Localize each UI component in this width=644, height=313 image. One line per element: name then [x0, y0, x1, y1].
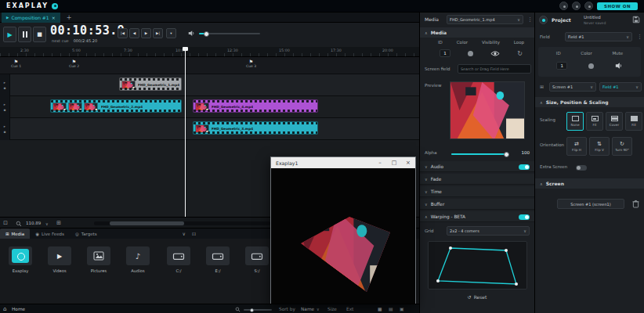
track-row-1[interactable]: ▸▪	[0, 74, 419, 96]
screen-field-input[interactable]	[458, 64, 531, 74]
browser-item-drive-e[interactable]: E:/	[201, 246, 235, 273]
screen-select-dropdown[interactable]: Screen #1 ∨	[549, 82, 596, 92]
browser-item-audios[interactable]: ♪ Audios	[121, 246, 155, 273]
visibility-eye-icon[interactable]	[490, 50, 500, 57]
section-media[interactable]: ∧ Media	[420, 27, 534, 38]
sort-size-option[interactable]: Size	[327, 307, 337, 311]
zoom-dropdown-icon[interactable]: ∨	[45, 221, 49, 226]
fit-view-icon[interactable]: ⊡	[3, 220, 8, 226]
track-header[interactable]: ▸▪	[0, 74, 10, 96]
field-select-dropdown[interactable]: Field #1 ∨	[565, 32, 632, 41]
timeline-clip-4[interactable]: FHD_Geometric_3.mp4	[193, 121, 318, 135]
warp-editor[interactable]	[428, 241, 527, 290]
browser-expand-icon[interactable]: ⊡	[192, 231, 196, 236]
timeline-clip-3[interactable]: FHD_Geometric_4.mp4	[193, 99, 318, 113]
close-icon[interactable]: ×	[401, 157, 415, 168]
browser-item-exaplay[interactable]: Exaplay	[3, 246, 38, 273]
browser-item-videos[interactable]: ▶ Videos	[42, 246, 77, 273]
cue-marker[interactable]: ⚑ Cue 1	[11, 59, 21, 68]
maximize-icon[interactable]: □	[387, 157, 401, 168]
section-size-position-scaling[interactable]: ∧ Size, Position & Scaling	[535, 97, 644, 107]
stop-button[interactable]: ■	[33, 27, 46, 42]
turn-90-button[interactable]: ↻ Turn 90°	[612, 137, 632, 156]
volume-slider-knob[interactable]	[204, 31, 209, 37]
add-tab-button[interactable]: +	[60, 14, 78, 21]
warp-reset-button[interactable]: ↺ Reset	[420, 294, 534, 300]
timeline-scrollbar[interactable]	[94, 221, 270, 225]
topbar-icon-1[interactable]	[559, 2, 568, 10]
show-on-button[interactable]: SHOW ON	[597, 2, 638, 10]
section-time[interactable]: ∨ Time	[420, 186, 534, 197]
browser-collapse-icon[interactable]: ∨	[183, 231, 186, 236]
screen-target-button[interactable]: Screen #1 (screen1)	[557, 199, 624, 209]
media-select-dropdown[interactable]: FHD_Geometric_1.mp4 ∨	[447, 15, 523, 24]
browser-item-pictures[interactable]: Pictures	[81, 246, 116, 273]
mute-speaker-icon[interactable]	[615, 62, 623, 70]
zoom-level-value[interactable]: 110.89	[26, 221, 41, 225]
media-menu-icon[interactable]: ⋮	[527, 16, 533, 23]
media-id-input[interactable]: 1	[440, 49, 450, 57]
volume-slider[interactable]	[199, 33, 260, 34]
view-grid-icon[interactable]: ▦	[378, 307, 382, 311]
cue-marker[interactable]: ⚑ Cue 3	[246, 59, 256, 68]
view-list-icon[interactable]: ▤	[389, 307, 393, 311]
alpha-slider-knob[interactable]	[504, 152, 509, 157]
cue-mode-dropdown[interactable]: ▾	[166, 28, 176, 38]
scaling-fit-button[interactable]: Fit	[586, 112, 603, 131]
save-icon[interactable]	[632, 16, 640, 23]
volume-speaker-icon[interactable]	[188, 30, 195, 37]
tab-close-icon[interactable]: ×	[52, 15, 56, 20]
tab-composition-1[interactable]: ▶ Composition #1 ×	[2, 13, 60, 23]
loop-icon[interactable]: ↻	[517, 50, 523, 57]
tab-media[interactable]: ⊞ Media	[0, 228, 30, 239]
track-header[interactable]: ▸▪	[0, 118, 10, 140]
pause-button[interactable]	[18, 27, 31, 42]
section-warping[interactable]: ∧ Warping - BETA	[420, 211, 534, 222]
output-window-titlebar[interactable]: Exaplay1 – □ ×	[271, 157, 415, 168]
timeline-ruler[interactable]: 2:30 5:00 7:30 10:00 12:30 15:00 17:30 2…	[0, 47, 419, 57]
delete-screen-trash-icon[interactable]	[632, 200, 639, 208]
scaling-fill-button[interactable]: Fill	[625, 112, 642, 131]
flip-h-button[interactable]: ⇄ Flip H	[566, 137, 587, 156]
playhead[interactable]	[185, 47, 186, 217]
field-menu-icon[interactable]: ⋮	[637, 34, 642, 40]
warping-toggle[interactable]	[519, 214, 530, 220]
thumb-zoom-slider[interactable]	[244, 309, 272, 311]
cue-marker[interactable]: ⚑ Cue 2	[69, 59, 79, 68]
track-header[interactable]: ▸▪	[0, 96, 10, 118]
zoom-magnifier-icon[interactable]	[16, 221, 22, 227]
topbar-icon-3[interactable]	[584, 2, 593, 10]
snap-grid-icon[interactable]: ⊞	[56, 220, 61, 226]
skip-first-button[interactable]: |◀	[118, 28, 128, 38]
tab-targets[interactable]: ◎ Targets	[70, 228, 103, 239]
section-buffer[interactable]: ∨ Buffer	[420, 199, 534, 210]
sort-dropdown-icon[interactable]: ∨	[317, 307, 320, 311]
browser-item-drive-s[interactable]: S:/	[240, 246, 274, 273]
sort-ext-option[interactable]: Ext	[346, 307, 353, 311]
play-button[interactable]: ▶	[3, 27, 16, 42]
thumb-zoom-knob[interactable]	[250, 308, 254, 312]
step-forward-button[interactable]: ▶	[141, 28, 151, 38]
tab-live-feeds[interactable]: ◉ Live Feeds	[30, 228, 70, 239]
timeline-scrollbar-thumb[interactable]	[110, 221, 184, 225]
field-id-input[interactable]: 1	[556, 62, 567, 70]
scaling-none-button[interactable]: None	[566, 112, 584, 131]
flip-v-button[interactable]: ⇅ Flip V	[589, 137, 610, 156]
breadcrumb-home[interactable]: Home	[12, 307, 25, 311]
project-icon[interactable]	[539, 16, 548, 24]
topbar-icon-2[interactable]	[572, 2, 581, 10]
section-audio[interactable]: ∨ Audio	[420, 161, 534, 172]
step-back-button[interactable]: ◀	[129, 28, 139, 38]
warp-grid-dropdown[interactable]: 2x2 - 4 corners ∨	[447, 226, 530, 236]
alpha-slider[interactable]	[451, 153, 508, 155]
view-detail-icon[interactable]: ▣	[400, 307, 403, 311]
extra-screen-toggle[interactable]	[576, 165, 587, 171]
sort-name-option[interactable]: Name	[301, 307, 314, 311]
cue-lane[interactable]: ⚑ Cue 1 ⚑ Cue 2 ⚑ Cue 3	[0, 57, 419, 74]
timeline-clip-2[interactable]: FHD_Geometric_2.mp4	[50, 99, 182, 113]
screen-grid-icon[interactable]: ⊞	[540, 84, 544, 89]
skip-last-button[interactable]: ▶|	[153, 28, 163, 38]
thumb-zoom-icon[interactable]	[235, 307, 241, 312]
output-window[interactable]: Exaplay1 – □ ×	[270, 156, 416, 304]
timeline-clip-1[interactable]: FHD_Geometric_1.mp4	[119, 77, 182, 91]
